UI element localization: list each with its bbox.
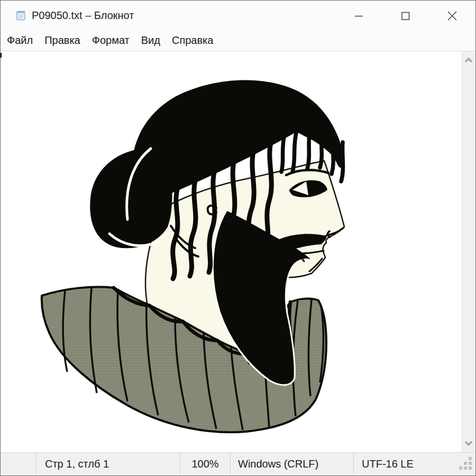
ascii-art-bust [1,51,462,452]
menu-edit[interactable]: Правка [44,32,87,50]
hair-bun [90,148,172,248]
titlebar-left: P09050.txt – Блокнот [1,10,336,22]
minimize-button[interactable] [336,1,382,31]
notepad-icon [15,10,27,22]
vertical-scrollbar[interactable] [461,51,475,452]
titlebar[interactable]: P09050.txt – Блокнот [1,1,475,31]
close-icon [446,10,458,22]
window-title: P09050.txt – Блокнот [32,10,134,22]
menu-file[interactable]: Файл [7,32,40,50]
window-controls [336,1,475,31]
maximize-button[interactable] [382,1,429,31]
chevron-down-icon [464,441,473,446]
close-button[interactable] [429,1,475,31]
chevron-up-icon [464,58,473,63]
menubar: Файл Правка Формат Вид Справка [1,31,475,51]
status-cursor-position: Стр 1, стлб 1 [36,453,180,475]
menu-format[interactable]: Формат [92,32,136,50]
scroll-down-button[interactable] [461,434,475,452]
statusbar: Стр 1, стлб 1 100% Windows (CRLF) UTF-16… [1,452,475,475]
scroll-up-button[interactable] [461,51,475,69]
maximize-icon [400,11,411,21]
minimize-icon [354,11,364,21]
menu-view[interactable]: Вид [141,32,167,50]
text-editor-area[interactable] [1,51,475,452]
status-cell-empty [1,453,36,475]
resize-grip-icon[interactable] [456,457,472,472]
notepad-window: P09050.txt – Блокнот Файл Правка Ф [0,0,476,476]
status-line-endings: Windows (CRLF) [231,453,354,475]
menu-help[interactable]: Справка [172,32,220,50]
status-zoom-level: 100% [180,453,231,475]
